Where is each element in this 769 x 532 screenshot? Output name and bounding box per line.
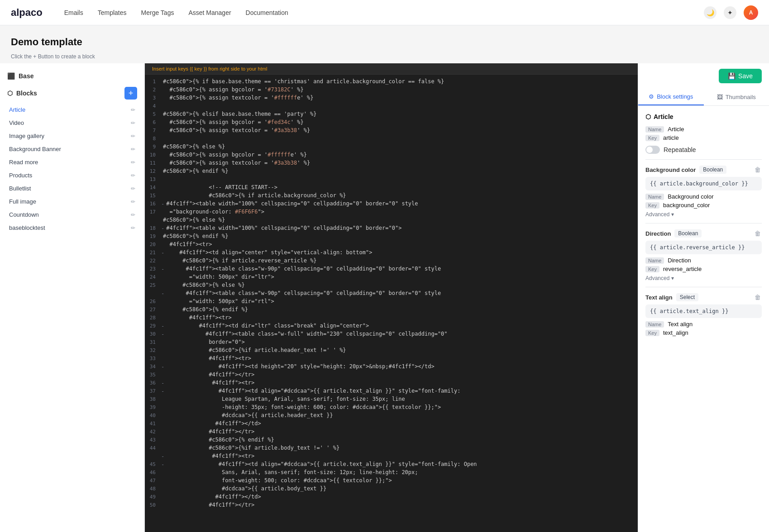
code-editor-panel: Insert input keys {{ key }} from right s… — [145, 63, 638, 532]
line-content-43: #4fc1ff"></tr> — [163, 428, 638, 437]
block-item-label-baseblocktest: baseblocktest — [9, 224, 45, 231]
line-content-24: ="width: 500px" dir="ltr"> — [163, 274, 638, 282]
block-item-background-banner[interactable]: Background Banner ✏ — [5, 142, 139, 156]
textalign-name-value: Text align — [668, 321, 693, 328]
block-item-label-full-image: Full image — [9, 198, 36, 205]
line-content-48: Sans, Arial, sans-serif; font-size: 12px… — [163, 469, 638, 477]
line-content-8: #c586c0">{% else %} — [163, 143, 638, 152]
direction-name-label: Name — [645, 257, 664, 264]
textalign-key-label: Key — [645, 330, 659, 336]
tab-block-settings[interactable]: ⚙ Block settings — [638, 89, 704, 105]
code-line-43: 42 #4fc1ff"></tr> — [145, 428, 638, 437]
code-line-40: 39 -height: 35px; font-weight: 600; colo… — [145, 404, 638, 412]
bgcolor-advanced[interactable]: Advanced ▾ — [645, 211, 762, 218]
line-content-36: #4fc1ff"></tr> — [163, 371, 638, 380]
save-button[interactable]: 💾 Save — [719, 69, 762, 83]
textalign-header: Text align Select 🗑 — [645, 293, 762, 302]
textalign-title: Text align — [645, 294, 673, 301]
nav-emails[interactable]: Emails — [64, 9, 83, 16]
code-line-19: 19 #c586c0">{% endif %} — [145, 233, 638, 241]
bgcolor-name-label: Name — [645, 194, 664, 200]
code-editor[interactable]: 1 #c586c0">{% if base.base.theme == 'chr… — [145, 75, 638, 532]
textalign-key-value: text_align — [663, 329, 688, 336]
repeatable-toggle[interactable] — [645, 146, 660, 154]
line-dot-30: - — [161, 323, 164, 331]
expand-icon[interactable]: ✦ — [724, 6, 736, 19]
block-item-label-background-banner: Background Banner — [9, 146, 61, 152]
line-content-11: #c586c0">{% endif %} — [163, 168, 638, 176]
line-content-20: #4fc1ff"><tr> — [163, 241, 638, 249]
article-title: Article — [654, 113, 673, 120]
code-line-35: 34- #4fc1ff"><td height="20" style="heig… — [145, 363, 638, 371]
line-content-45: #c586c0">{%if article.body_text !=' ' %} — [163, 445, 638, 453]
line-num-14: 15 — [145, 192, 161, 200]
block-item-label-article: Article — [9, 106, 25, 113]
nav-right: 🌙 ✦ A — [704, 5, 758, 20]
nav-merge-tags[interactable]: Merge Tags — [141, 9, 174, 16]
avatar[interactable]: A — [744, 5, 758, 20]
line-num-12: 13 — [145, 176, 161, 184]
article-name-value: Article — [668, 126, 684, 133]
line-content-2: #c586c0">{% assign textcolor = '#ffffffe… — [163, 95, 638, 103]
line-content-37: #4fc1ff"><tr> — [166, 380, 638, 388]
line-content-40: -height: 35px; font-weight: 600; color: … — [163, 404, 638, 412]
edit-icon-bulletlist[interactable]: ✏ — [131, 185, 135, 192]
direction-advanced[interactable]: Advanced ▾ — [645, 275, 762, 281]
block-item-label-countdown: Countdown — [9, 211, 39, 218]
toggle-knob — [646, 147, 653, 153]
line-num-52: 50 — [145, 502, 161, 510]
line-dot-23: - — [161, 266, 164, 274]
block-item-products[interactable]: Products ✏ — [5, 169, 139, 182]
line-content-3 — [163, 103, 638, 111]
direction-name-row: Name Direction — [645, 257, 762, 264]
block-item-baseblocktest[interactable]: baseblocktest ✏ — [5, 221, 139, 234]
line-content-52: #4fc1ff"></tr> — [163, 502, 638, 510]
code-line-1: 2 #c586c0">{% assign bgcolor = '#73182C'… — [145, 86, 638, 95]
edit-icon-article[interactable]: ✏ — [131, 107, 135, 113]
code-line-28: 27 #c586c0">{% endif %} — [145, 306, 638, 314]
code-line-25: 25 #c586c0">{% else %} — [145, 282, 638, 290]
line-content-10: #c586c0">{% assign textcolor = '#3a3b38'… — [163, 160, 638, 168]
blocks-title: ⬡ Blocks — [7, 90, 37, 97]
block-item-video[interactable]: Video ✏ — [5, 116, 139, 129]
block-list: Article ✏ Video ✏ Image gallery ✏ Backgr… — [5, 103, 139, 234]
line-num-17 — [145, 217, 161, 225]
edit-icon-countdown[interactable]: ✏ — [131, 212, 135, 218]
edit-icon-read-more[interactable]: ✏ — [131, 159, 135, 166]
block-item-label-video: Video — [9, 119, 24, 126]
line-num-18: 18 — [145, 225, 161, 233]
bgcolor-header: Background color Boolean 🗑 — [645, 165, 762, 174]
nav-asset-manager[interactable]: Asset Manager — [188, 9, 231, 16]
block-item-article[interactable]: Article ✏ — [5, 103, 139, 116]
edit-icon-baseblocktest[interactable]: ✏ — [131, 225, 135, 231]
save-icon: 💾 — [728, 72, 736, 80]
moon-icon[interactable]: 🌙 — [704, 6, 716, 19]
block-item-image-gallery[interactable]: Image gallery ✏ — [5, 129, 139, 142]
repeatable-label: Repeatable — [664, 146, 696, 153]
bgcolor-delete-button[interactable]: 🗑 — [754, 165, 762, 174]
code-line-23: 23- #4fc1ff"><table class="w-90p" cellsp… — [145, 266, 638, 274]
edit-icon-video[interactable]: ✏ — [131, 120, 135, 126]
block-item-countdown[interactable]: Countdown ✏ — [5, 208, 139, 221]
bgcolor-header-left: Background color Boolean — [645, 166, 726, 174]
line-dot-46: - — [161, 453, 164, 461]
block-item-bulletlist[interactable]: Bulletlist ✏ — [5, 182, 139, 195]
nav-documentation[interactable]: Documentation — [246, 9, 288, 16]
edit-icon-full-image[interactable]: ✏ — [131, 199, 135, 205]
textalign-delete-button[interactable]: 🗑 — [754, 293, 762, 302]
tab-thumbnails[interactable]: 🖼 Thumbnails — [704, 89, 769, 105]
direction-delete-button[interactable]: 🗑 — [754, 229, 762, 238]
line-content-42: #4fc1ff"></td> — [163, 420, 638, 428]
edit-icon-products[interactable]: ✏ — [131, 172, 135, 179]
add-block-button[interactable]: + — [124, 87, 137, 100]
edit-icon-background-banner[interactable]: ✏ — [131, 146, 135, 152]
article-name-label: Name — [645, 126, 664, 133]
block-item-read-more[interactable]: Read more ✏ — [5, 156, 139, 169]
settings-icon: ⚙ — [649, 93, 654, 100]
line-num-24: 24 — [145, 274, 161, 282]
block-item-full-image[interactable]: Full image ✏ — [5, 195, 139, 208]
bgcolor-name-row: Name Background color — [645, 193, 762, 200]
line-num-7: 8 — [145, 135, 161, 143]
nav-templates[interactable]: Templates — [98, 9, 127, 16]
edit-icon-image-gallery[interactable]: ✏ — [131, 133, 135, 139]
